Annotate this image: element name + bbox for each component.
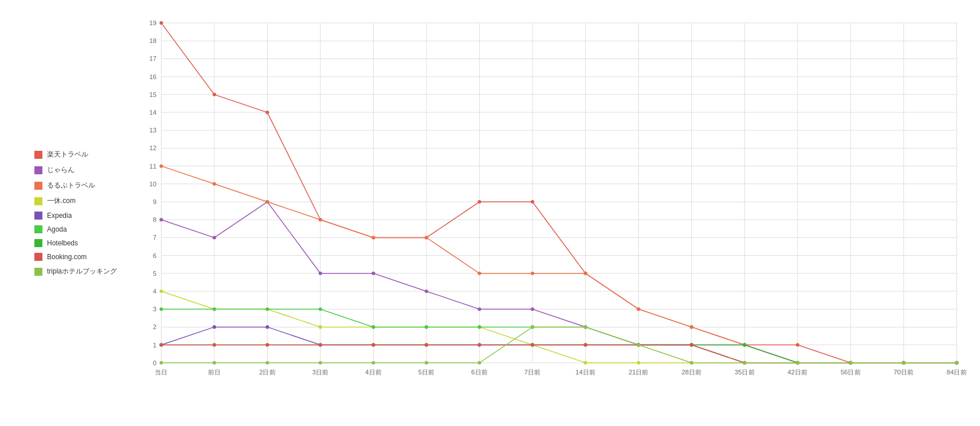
legend-item-booking: Booking.com xyxy=(34,253,126,261)
svg-text:12: 12 xyxy=(149,145,156,152)
dot-agoda-4 xyxy=(371,325,375,329)
dot-tripla-7 xyxy=(531,325,534,329)
legend-color-rakuten xyxy=(34,151,42,159)
dot-rurubu-8 xyxy=(584,272,587,275)
dot-rurubu-3 xyxy=(319,218,322,221)
dot-jalan-4 xyxy=(371,272,375,275)
svg-text:5日前: 5日前 xyxy=(418,369,435,376)
dot-agoda-3 xyxy=(319,307,322,311)
dot-jalan-6 xyxy=(477,307,481,311)
dot-booking-6 xyxy=(477,343,481,347)
svg-text:6: 6 xyxy=(153,252,156,259)
legend-color-expedia xyxy=(34,212,42,220)
dot-agoda-0 xyxy=(159,307,163,311)
dot-rakuten-0 xyxy=(159,21,163,25)
legend-label-jalan: じゃらん xyxy=(47,165,75,175)
dot-booking-3 xyxy=(319,343,322,347)
dot-hotelbeds-11 xyxy=(743,343,746,347)
dot-booking-0 xyxy=(159,343,163,347)
legend-item-tripla: triplaホテルブッキング xyxy=(34,267,126,276)
svg-text:19: 19 xyxy=(149,19,156,26)
svg-text:3日前: 3日前 xyxy=(312,369,329,376)
dot-tripla-6 xyxy=(477,361,481,365)
line-rakuten xyxy=(161,23,957,363)
line-agoda xyxy=(161,309,957,363)
svg-text:70日前: 70日前 xyxy=(893,369,914,376)
dot-booking-10 xyxy=(690,343,693,347)
svg-text:21日前: 21日前 xyxy=(629,369,649,376)
legend-item-rurubu: るるぶトラベル xyxy=(34,181,126,190)
dot-rakuten-1 xyxy=(213,93,216,96)
svg-text:11: 11 xyxy=(149,163,156,170)
svg-text:4: 4 xyxy=(153,288,156,295)
legend-label-tripla: triplaホテルブッキング xyxy=(47,267,117,276)
dot-rakuten-12 xyxy=(796,343,799,347)
svg-text:5: 5 xyxy=(153,270,156,277)
dot-rurubu-4 xyxy=(371,236,375,239)
dot-expedia-2 xyxy=(265,325,269,329)
dot-tripla-9 xyxy=(637,343,640,347)
legend-item-jalan: じゃらん xyxy=(34,165,126,175)
dot-tripla-11 xyxy=(743,361,746,365)
svg-text:7: 7 xyxy=(153,235,156,241)
svg-text:8: 8 xyxy=(153,216,156,223)
legend-label-agoda: Agoda xyxy=(47,225,67,233)
svg-text:84日前: 84日前 xyxy=(947,369,967,376)
svg-text:3: 3 xyxy=(153,306,156,312)
legend-color-agoda xyxy=(34,225,42,233)
chart-area: 012345678910111213141516171819当日前日2日前3日前… xyxy=(138,11,969,392)
dot-tripla-10 xyxy=(690,361,693,365)
dot-ikyu-9 xyxy=(637,361,640,365)
dot-agoda-5 xyxy=(425,325,428,329)
svg-text:2: 2 xyxy=(153,324,156,331)
legend-color-booking xyxy=(34,253,42,261)
svg-text:1: 1 xyxy=(153,342,156,349)
svg-text:42日前: 42日前 xyxy=(787,369,807,376)
legend-color-rurubu xyxy=(34,182,42,190)
dot-rurubu-7 xyxy=(531,272,534,275)
dot-tripla-4 xyxy=(371,361,375,365)
dot-tripla-12 xyxy=(796,361,799,365)
svg-text:当日: 当日 xyxy=(155,369,167,376)
legend-label-ikyu: 一休.com xyxy=(47,196,76,206)
svg-text:0: 0 xyxy=(153,359,156,366)
dot-booking-8 xyxy=(584,343,587,347)
dot-ikyu-3 xyxy=(319,325,322,329)
svg-text:14日前: 14日前 xyxy=(575,369,595,376)
dot-rurubu-9 xyxy=(637,307,640,311)
legend-color-ikyu xyxy=(34,197,42,205)
dot-rakuten-7 xyxy=(531,200,534,204)
svg-text:15: 15 xyxy=(149,91,156,98)
dot-tripla-8 xyxy=(584,325,587,329)
svg-text:6日前: 6日前 xyxy=(471,369,488,376)
dot-rurubu-0 xyxy=(159,165,163,168)
svg-text:9: 9 xyxy=(153,198,156,205)
dot-booking-1 xyxy=(213,343,216,347)
line-rurubu xyxy=(161,166,957,363)
dot-jalan-7 xyxy=(531,307,534,311)
legend-label-rakuten: 楽天トラベル xyxy=(47,150,88,159)
dot-rurubu-5 xyxy=(425,236,428,239)
dot-tripla-13 xyxy=(849,361,852,365)
svg-text:前日: 前日 xyxy=(208,369,221,376)
dot-jalan-3 xyxy=(319,272,322,275)
dot-tripla-5 xyxy=(425,361,428,365)
dot-rakuten-2 xyxy=(265,111,269,114)
dot-tripla-3 xyxy=(319,361,322,365)
dot-expedia-1 xyxy=(213,325,216,329)
dot-booking-7 xyxy=(531,343,534,347)
legend-color-hotelbeds xyxy=(34,239,42,247)
legend-label-booking: Booking.com xyxy=(47,253,87,261)
dot-agoda-1 xyxy=(213,307,216,311)
svg-text:10: 10 xyxy=(149,181,156,187)
svg-text:16: 16 xyxy=(149,73,156,80)
svg-text:17: 17 xyxy=(149,56,156,62)
legend-item-hotelbeds: Hotelbeds xyxy=(34,239,126,247)
dot-rakuten-6 xyxy=(477,200,481,204)
dot-jalan-0 xyxy=(159,218,163,221)
svg-text:2日前: 2日前 xyxy=(259,369,276,376)
svg-text:4日前: 4日前 xyxy=(365,369,382,376)
dot-tripla-2 xyxy=(265,361,269,365)
dot-jalan-1 xyxy=(213,236,216,239)
dot-tripla-0 xyxy=(159,361,163,365)
